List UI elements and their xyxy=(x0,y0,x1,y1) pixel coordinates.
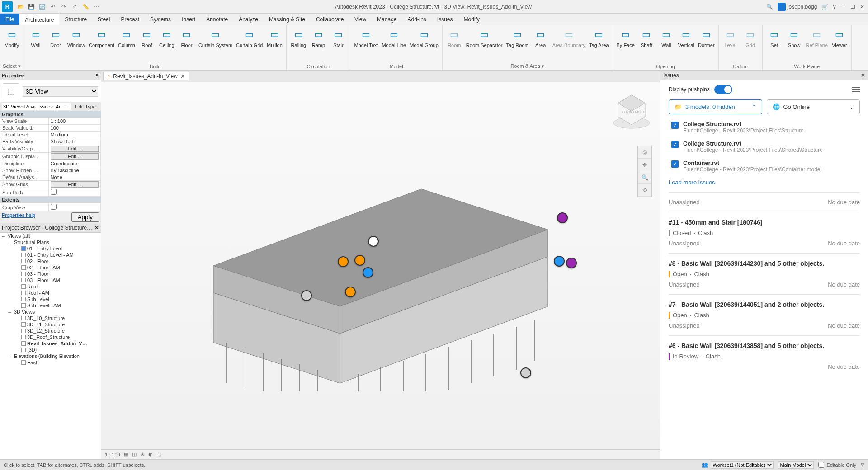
edit-type-button[interactable]: Edit Type xyxy=(72,103,99,110)
tab-precast[interactable]: Precast xyxy=(115,14,145,25)
close-tab-icon[interactable]: ✕ xyxy=(180,73,185,80)
zoom-icon[interactable]: 🔍 xyxy=(638,171,651,184)
qat-measure-icon[interactable]: 📏 xyxy=(81,3,90,11)
detail-icon[interactable]: ▦ xyxy=(124,451,128,457)
tab-structure[interactable]: Structure xyxy=(59,14,92,25)
prop-value[interactable]: Show Both xyxy=(48,138,100,145)
prop-value[interactable]: Edit… xyxy=(48,181,100,188)
tab-steel[interactable]: Steel xyxy=(92,14,115,25)
tool-shaft[interactable]: ▭Shaft xyxy=(637,26,656,63)
prop-value[interactable]: Coordination xyxy=(48,160,100,167)
tool-vertical[interactable]: ▭Vertical xyxy=(677,26,695,63)
editable-only-checkbox[interactable] xyxy=(818,462,824,468)
display-pushpins-toggle[interactable] xyxy=(714,85,732,94)
tab-collaborate[interactable]: Collaborate xyxy=(311,14,349,25)
close-issues-icon[interactable]: ✕ xyxy=(861,72,865,79)
tab-massing-&-site[interactable]: Massing & Site xyxy=(264,14,311,25)
tree-node[interactable]: East xyxy=(0,359,101,366)
tree-node[interactable]: {3D} xyxy=(0,347,101,353)
issue-item[interactable]: #7 - Basic Wall [320639/144051] and 2 ot… xyxy=(669,294,860,335)
tool-dormer[interactable]: ▭Dormer xyxy=(697,26,716,63)
qat-undo-icon[interactable]: ↶ xyxy=(49,3,57,11)
tree-node[interactable]: Sub Level xyxy=(0,296,101,302)
view-cube[interactable]: RIGHT FRONT xyxy=(611,90,652,131)
prop-value[interactable]: Medium xyxy=(48,132,100,138)
tool-room-separator[interactable]: ▭Room Separator xyxy=(465,26,504,62)
pushpin-purple[interactable] xyxy=(557,212,568,223)
tree-node[interactable]: 03 - Floor - AM xyxy=(0,277,101,283)
tree-node[interactable]: 3D_L1_Structure xyxy=(0,321,101,328)
checkbox-icon[interactable]: ✓ xyxy=(671,141,679,148)
model-row[interactable]: ✓College Structure.rvtFluent\College - R… xyxy=(671,121,860,134)
pushpin-blue[interactable] xyxy=(363,267,373,278)
tree-node[interactable]: Sub Level - AM xyxy=(0,302,101,309)
prop-value[interactable]: None xyxy=(48,174,100,181)
prop-value[interactable]: 1 : 100 xyxy=(48,118,100,125)
crop-icon[interactable]: ⬚ xyxy=(156,451,161,457)
workset-icon[interactable]: 👥 xyxy=(702,462,708,468)
minimize-icon[interactable]: — xyxy=(840,4,846,10)
tool-component[interactable]: ▭Component xyxy=(88,26,115,63)
model-row[interactable]: ✓Container.rvtFluent\College - Revit 202… xyxy=(671,160,860,173)
issue-item[interactable]: #11 - 450mm and Stair [180746]Closed · C… xyxy=(669,212,860,253)
tree-node[interactable]: 3D_L0_Structure xyxy=(0,315,101,321)
qat-save-icon[interactable]: 💾 xyxy=(27,3,35,11)
tool-stair[interactable]: ▭Stair xyxy=(329,26,347,63)
navigation-bar[interactable]: ◎ ✥ 🔍 ⟲ xyxy=(637,146,652,197)
tool-show[interactable]: ▭Show xyxy=(785,26,803,63)
tree-node[interactable]: –Elevations (Building Elevation xyxy=(0,353,101,359)
tool-curtain-system[interactable]: ▭Curtain System xyxy=(198,26,233,63)
orbit-icon[interactable]: ⟲ xyxy=(638,184,651,197)
tree-node[interactable]: 3D_L2_Structure xyxy=(0,328,101,334)
tree-node[interactable]: 3D_Roof_Structure xyxy=(0,334,101,340)
tree-node[interactable]: 01 - Entry Level xyxy=(0,245,101,252)
tab-add-ins[interactable]: Add-Ins xyxy=(402,14,431,25)
workset-select[interactable]: Workset1 (Not Editable) xyxy=(711,461,774,469)
user-menu[interactable]: 👤 joseph.bogg xyxy=(778,3,817,11)
tree-node[interactable]: –3D Views xyxy=(0,309,101,315)
project-browser-tree[interactable]: –Views (all)–Structural Plans01 - Entry … xyxy=(0,233,101,459)
tree-node[interactable]: 02 - Floor xyxy=(0,258,101,264)
close-properties-icon[interactable]: ✕ xyxy=(95,72,99,78)
tool-wall[interactable]: ▭Wall xyxy=(27,26,45,63)
tool-railing[interactable]: ▭Railing xyxy=(289,26,307,63)
prop-value[interactable]: Edit… xyxy=(48,145,100,153)
tool-ramp[interactable]: ▭Ramp xyxy=(309,26,327,63)
tab-issues[interactable]: Issues xyxy=(432,14,458,25)
qat-open-icon[interactable]: 📂 xyxy=(16,3,24,11)
tool-by-face[interactable]: ▭By Face xyxy=(616,26,636,63)
steering-wheel-icon[interactable]: ◎ xyxy=(638,146,651,159)
prop-value[interactable]: 100 xyxy=(48,125,100,132)
tool-area[interactable]: ▭Area xyxy=(532,26,550,62)
sun-icon[interactable]: ☀ xyxy=(140,451,145,457)
tree-node[interactable]: 01 - Entry Level - AM xyxy=(0,252,101,258)
tab-file[interactable]: File xyxy=(0,14,19,25)
tool-wall[interactable]: ▭Wall xyxy=(657,26,675,63)
tool-column[interactable]: ▭Column xyxy=(117,26,136,63)
tree-node[interactable]: Roof - AM xyxy=(0,290,101,296)
tool-model-line[interactable]: ▭Model Line xyxy=(381,26,407,63)
qat-redo-icon[interactable]: ↷ xyxy=(60,3,68,11)
tab-insert[interactable]: Insert xyxy=(176,14,201,25)
cart-icon[interactable]: 🛒 xyxy=(821,4,828,10)
issue-item[interactable]: #8 - Basic Wall [320639/144230] and 5 ot… xyxy=(669,253,860,294)
tool-set[interactable]: ▭Set xyxy=(765,26,783,63)
issue-item[interactable]: #6 - Basic Wall [320639/143858] and 5 ot… xyxy=(669,335,860,376)
tree-node[interactable]: Roof xyxy=(0,283,101,290)
tool-curtain-grid[interactable]: ▭Curtain Grid xyxy=(235,26,264,63)
tool-door[interactable]: ▭Door xyxy=(47,26,65,63)
prop-value[interactable]: Edit… xyxy=(48,153,100,160)
tool-roof[interactable]: ▭Roof xyxy=(138,26,156,63)
tool-tag-area[interactable]: ▭Tag Area xyxy=(588,26,609,62)
pan-icon[interactable]: ✥ xyxy=(638,159,651,171)
tree-node[interactable]: 03 - Floor xyxy=(0,271,101,277)
load-more-link[interactable]: Load more issues xyxy=(669,179,860,186)
prop-value[interactable]: By Discipline xyxy=(48,167,100,174)
visual-style-icon[interactable]: ◫ xyxy=(132,451,137,457)
tab-modify[interactable]: Modify xyxy=(458,14,485,25)
tool-model-group[interactable]: ▭Model Group xyxy=(409,26,439,63)
tab-annotate[interactable]: Annotate xyxy=(201,14,233,25)
view-name-field[interactable] xyxy=(2,103,71,110)
help-icon[interactable]: ? xyxy=(833,4,836,10)
tool-ceiling[interactable]: ▭Ceiling xyxy=(158,26,176,63)
